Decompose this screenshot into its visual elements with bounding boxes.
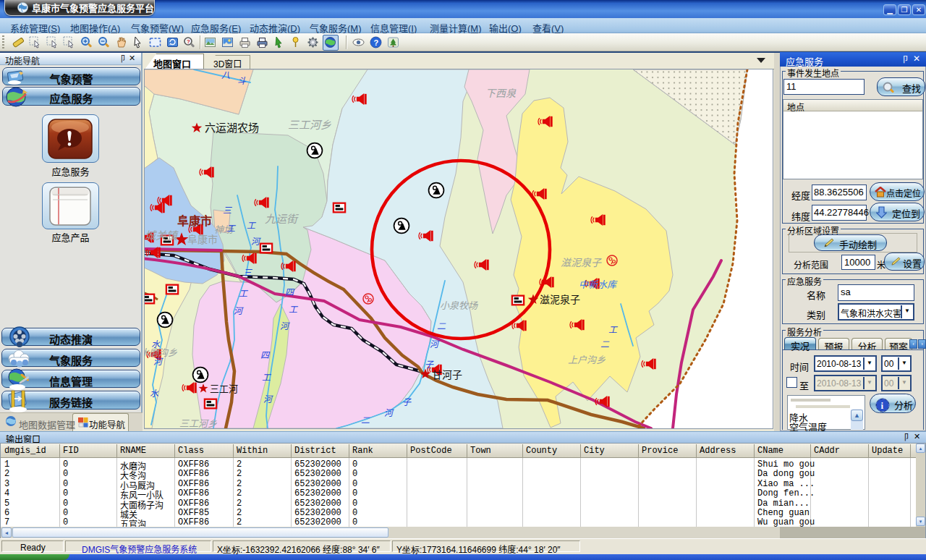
svg-text:河: 河 [153,357,163,367]
svg-text:八: 八 [221,70,230,80]
svg-text:工: 工 [226,224,236,234]
svg-text:三: 三 [243,268,252,278]
svg-text:二: 二 [600,339,610,349]
svg-text:子: 子 [402,397,412,407]
svg-text:三工河乡: 三工河乡 [288,119,331,131]
svg-text:?: ? [374,38,379,47]
svg-text:上户沟乡: 上户沟乡 [568,355,606,365]
svg-text:中新水库: 中新水库 [579,279,618,290]
svg-text:河: 河 [430,339,440,349]
svg-text:三: 三 [223,205,232,216]
svg-text:河: 河 [234,306,244,316]
svg-text:河: 河 [263,394,273,404]
svg-text:四: 四 [260,350,271,360]
svg-text:小泉牧场: 小泉牧场 [440,300,478,311]
svg-text:滋泥泉子: 滋泥泉子 [540,294,580,305]
svg-text:滋泥泉子: 滋泥泉子 [561,257,602,268]
svg-text:河: 河 [251,237,261,247]
svg-text:河: 河 [280,321,290,331]
svg-text:下西泉: 下西泉 [485,88,517,99]
svg-text:河: 河 [384,408,394,418]
svg-text:斗: 斗 [237,76,247,86]
svg-text:六运湖农场: 六运湖农场 [205,122,259,134]
svg-text:工: 工 [247,221,256,231]
svg-text:阜康市: 阜康市 [187,234,218,245]
svg-text:九运街: 九运街 [265,213,300,225]
svg-text:阜康市: 阜康市 [177,214,212,227]
svg-text:水: 水 [151,339,161,349]
svg-text:?: ? [187,38,190,45]
svg-text:四: 四 [285,287,295,297]
svg-text:二: 二 [437,321,446,331]
svg-text:二: 二 [361,415,370,425]
svg-text:工: 工 [239,289,248,299]
svg-text:工: 工 [289,305,298,315]
svg-text:城关镇: 城关镇 [145,229,179,242]
svg-text:三工河乡: 三工河乡 [179,418,217,428]
svg-text:水: 水 [150,389,159,399]
svg-text:三工河: 三工河 [210,383,238,394]
svg-text:子: 子 [425,360,434,370]
svg-text:工: 工 [608,325,618,335]
svg-text:工: 工 [262,373,271,383]
svg-text:i: i [881,400,884,411]
svg-text:甘河子: 甘河子 [432,369,462,381]
